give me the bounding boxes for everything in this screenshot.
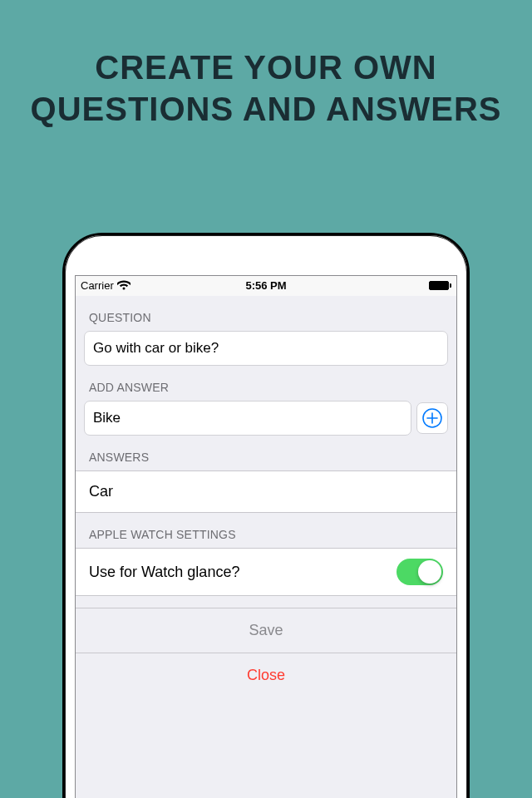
section-header-answers: ANSWERS [76,436,456,470]
wifi-icon [117,280,131,292]
battery-icon [429,281,451,290]
answer-input[interactable] [84,401,411,436]
plus-circle-icon [421,407,443,429]
section-header-add-answer: ADD ANSWER [76,366,456,401]
watch-glance-row: Use for Watch glance? [76,548,456,596]
hero-line-1: CREATE YOUR OWN [0,47,532,88]
close-button[interactable]: Close [76,653,456,697]
section-header-question: QUESTION [76,296,456,331]
question-input[interactable] [84,331,448,366]
phone-screen: Carrier 5:56 PM QUESTION ADD ANSWER [75,275,457,798]
device-frame: Carrier 5:56 PM QUESTION ADD ANSWER [62,233,470,798]
hero-title: CREATE YOUR OWN QUESTIONS AND ANSWERS [0,0,532,130]
hero-line-2: QUESTIONS AND ANSWERS [0,88,532,130]
toggle-knob [418,560,441,584]
watch-glance-label: Use for Watch glance? [89,564,239,581]
section-header-watch: APPLE WATCH SETTINGS [76,513,456,548]
status-left: Carrier [81,279,131,292]
answer-list-item[interactable]: Car [76,470,456,513]
save-button[interactable]: Save [76,608,456,653]
status-bar: Carrier 5:56 PM [76,276,456,296]
status-time: 5:56 PM [245,279,286,292]
add-answer-button[interactable] [416,402,448,434]
watch-glance-toggle[interactable] [397,559,443,585]
carrier-label: Carrier [81,279,114,292]
